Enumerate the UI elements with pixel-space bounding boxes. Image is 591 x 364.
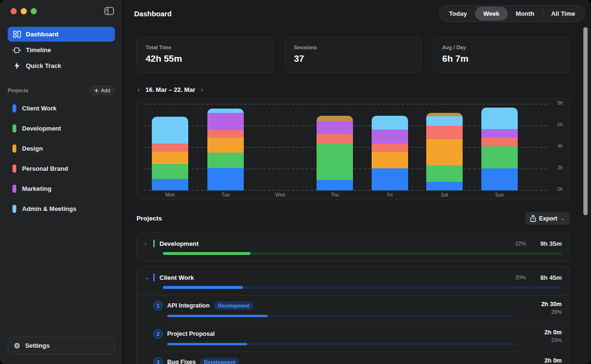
stat-card-total-time: Total Time 42h 55m bbox=[136, 37, 273, 73]
bar-segment bbox=[317, 116, 353, 121]
stat-label: Avg / Day bbox=[442, 44, 561, 50]
task-number-badge: 1 bbox=[153, 301, 163, 310]
chevron-left-icon[interactable]: ‹ bbox=[137, 86, 140, 93]
week-navigator: ‹ 16. Mar – 22. Mar › bbox=[136, 86, 570, 93]
bar-segment bbox=[317, 180, 353, 191]
bar-segment bbox=[207, 113, 244, 130]
tab-today[interactable]: Today bbox=[441, 7, 475, 21]
x-label-mon: Mon bbox=[152, 192, 188, 198]
chevron-right-icon[interactable]: › bbox=[145, 240, 153, 247]
task-name: API Integration bbox=[167, 302, 210, 309]
tab-month[interactable]: Month bbox=[508, 7, 543, 21]
task-row-api-integration[interactable]: 1 API Integration Development 2h 30m 29% bbox=[153, 296, 569, 323]
project-list: Client Work Development Design Personal … bbox=[8, 98, 115, 219]
project-color-chip bbox=[12, 165, 16, 173]
chevron-right-icon[interactable]: › bbox=[201, 86, 204, 93]
plus-icon bbox=[94, 88, 99, 93]
task-percent: 29% bbox=[551, 309, 562, 315]
task-list: 1 API Integration Development 2h 30m 29% bbox=[137, 296, 569, 364]
task-percent: 23% bbox=[551, 337, 562, 343]
task-time: 2h 30m bbox=[541, 301, 562, 308]
project-item-development[interactable]: Development bbox=[8, 118, 115, 138]
bar-sun[interactable] bbox=[481, 108, 518, 190]
stat-label: Total Time bbox=[146, 44, 264, 50]
bar-segment bbox=[152, 152, 188, 164]
close-button[interactable] bbox=[11, 8, 17, 14]
tab-all-time[interactable]: All Time bbox=[543, 7, 583, 21]
tab-week[interactable]: Week bbox=[475, 7, 508, 21]
chevron-down-icon[interactable]: ⌄ bbox=[145, 274, 153, 281]
y-tick-4h: 4h bbox=[557, 143, 563, 149]
project-row-time: 9h 35m bbox=[526, 240, 562, 247]
sidebar-toggle-icon[interactable] bbox=[104, 7, 114, 15]
x-label-wed: Wed bbox=[262, 192, 298, 198]
timeline-icon bbox=[12, 47, 21, 54]
bar-segment bbox=[481, 108, 518, 129]
weekly-stacked-bar-chart: 0h 2h 4h 6h 8h Mon Tue Wed Thu Fri Sat S… bbox=[136, 99, 570, 199]
project-name: Admin & Meetings bbox=[22, 205, 76, 212]
project-row-client-work: ⌄ Client Work 20% 8h 45m bbox=[136, 266, 570, 364]
bar-segment bbox=[152, 164, 188, 179]
project-item-marketing[interactable]: Marketing bbox=[8, 178, 115, 199]
project-item-personal-brand[interactable]: Personal Brand bbox=[8, 158, 115, 178]
progress-fill bbox=[163, 252, 250, 255]
bar-segment bbox=[426, 126, 463, 139]
y-tick-0h: 0h bbox=[557, 187, 563, 192]
sidebar: Dashboard Timeline Quick bbox=[0, 0, 123, 364]
project-color-chip bbox=[12, 205, 16, 213]
stat-value: 37 bbox=[294, 54, 413, 64]
project-color-chip bbox=[12, 124, 16, 132]
bar-fri[interactable] bbox=[372, 116, 408, 190]
stat-card-sessions: Sessions 37 bbox=[285, 37, 422, 73]
sidebar-item-quick-track[interactable]: Quick Track bbox=[8, 58, 115, 73]
project-row-name: Client Work bbox=[159, 274, 194, 281]
task-row-project-proposal[interactable]: 2 Project Proposal 2h 0m 23% bbox=[153, 324, 569, 352]
bar-mon[interactable] bbox=[152, 117, 188, 190]
task-row-bug-fixes[interactable]: 3 Bug Fixes Development 2h 0m 23% bbox=[153, 352, 569, 364]
project-name: Design bbox=[22, 145, 43, 152]
project-color-bar bbox=[153, 274, 155, 281]
bar-sat[interactable] bbox=[426, 113, 463, 190]
bar-tue[interactable] bbox=[207, 109, 244, 190]
progress-track bbox=[167, 343, 514, 345]
stat-label: Sessions bbox=[294, 44, 413, 50]
add-project-button[interactable]: Add bbox=[90, 86, 115, 95]
project-item-admin-meetings[interactable]: Admin & Meetings bbox=[8, 199, 115, 219]
bar-segment bbox=[152, 143, 188, 152]
x-label-sun: Sun bbox=[481, 192, 518, 198]
zoom-button[interactable] bbox=[31, 8, 37, 14]
bar-segment bbox=[207, 130, 244, 138]
main-header: Dashboard Today Week Month All Time bbox=[123, 0, 591, 27]
task-number-badge: 3 bbox=[153, 357, 163, 364]
project-item-client-work[interactable]: Client Work bbox=[8, 98, 115, 118]
scrollbar-thumb[interactable] bbox=[583, 27, 588, 215]
bar-segment bbox=[426, 116, 463, 126]
task-name: Project Proposal bbox=[167, 331, 215, 337]
week-range-label: 16. Mar – 22. Mar bbox=[146, 86, 195, 93]
project-color-chip bbox=[12, 144, 16, 153]
sidebar-item-timeline[interactable]: Timeline bbox=[8, 43, 115, 57]
bar-thu[interactable] bbox=[317, 116, 353, 190]
settings-button[interactable]: ⚙ Settings bbox=[8, 337, 115, 354]
page-title: Dashboard bbox=[134, 10, 171, 18]
bar-segment bbox=[426, 139, 463, 165]
sidebar-item-dashboard[interactable]: Dashboard bbox=[8, 27, 115, 42]
bar-segment bbox=[372, 152, 408, 168]
bar-segment bbox=[372, 168, 408, 190]
project-item-design[interactable]: Design bbox=[8, 138, 115, 158]
export-button[interactable]: Export ⌄ bbox=[525, 212, 570, 225]
project-row-percent: 22% bbox=[515, 241, 526, 246]
task-project-badge: Development bbox=[200, 358, 239, 364]
minimize-button[interactable] bbox=[21, 8, 27, 14]
share-icon bbox=[530, 215, 536, 222]
progress-fill bbox=[163, 286, 243, 289]
dashboard-icon bbox=[12, 31, 21, 38]
project-color-chip bbox=[12, 185, 16, 193]
y-tick-2h: 2h bbox=[557, 165, 563, 170]
lightning-bolt-icon bbox=[12, 62, 21, 69]
project-row-development: › Development 22% 9h 35m bbox=[136, 232, 570, 262]
bar-segment bbox=[372, 143, 408, 152]
x-label-fri: Fri bbox=[372, 192, 408, 198]
sidebar-nav: Dashboard Timeline Quick bbox=[8, 27, 115, 73]
projects-section-label: Projects bbox=[8, 88, 28, 93]
